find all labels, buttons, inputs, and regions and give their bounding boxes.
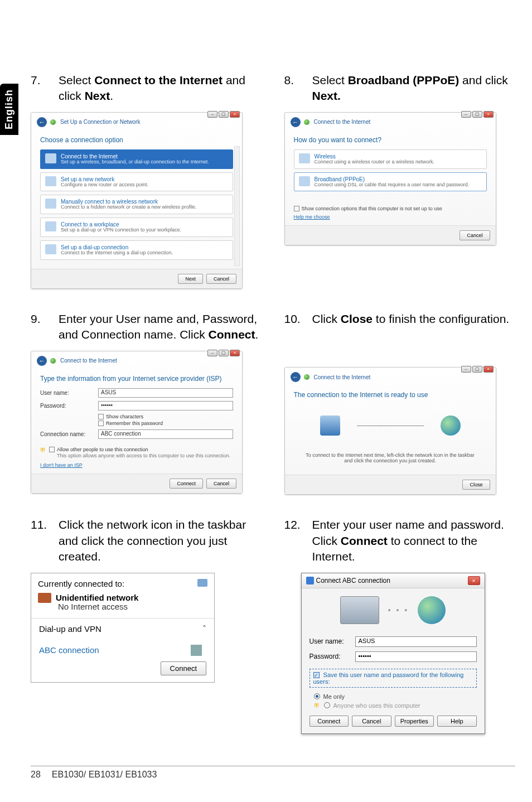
close-icon[interactable]: × (230, 350, 240, 356)
connect-button[interactable]: Connect (170, 479, 203, 489)
connect-button[interactable]: Connect (309, 716, 349, 727)
step-9: 9. Enter your User name and, Password, a… (31, 311, 262, 495)
username-input[interactable]: ASUS (355, 636, 477, 647)
remember-checkbox[interactable] (98, 421, 104, 426)
minimize-icon[interactable]: – (461, 366, 471, 373)
option-sub: Connect to a hidden network or create a … (61, 205, 197, 210)
option-wireless[interactable]: Wireless Connect using a wireless router… (294, 149, 487, 169)
allow-others-sub: This option allows anyone with access to… (57, 453, 233, 458)
chevron-up-icon[interactable]: ˄ (202, 624, 206, 633)
no-isp-link[interactable]: I don't have an ISP (40, 462, 83, 468)
cancel-button[interactable]: Cancel (206, 479, 236, 489)
option-broadband-pppoe[interactable]: Broadband (PPPoE) Connect using DSL or c… (294, 172, 487, 192)
save-credentials-label: Save this user name and password for the… (313, 671, 464, 685)
wifi-bars-icon (299, 153, 310, 163)
globe-icon (441, 416, 461, 436)
show-options-checkbox[interactable] (294, 206, 299, 211)
network-pin-icon (304, 119, 309, 125)
dialog-title: Connect to the Internet (314, 119, 371, 125)
connection-line-icon (357, 426, 424, 426)
option-sub: Set up a dial-up or VPN connection to yo… (61, 228, 181, 233)
step-7-bold-a: Connect to the Internet (94, 74, 223, 86)
step-10-text-b: to finish the configuration. (373, 312, 509, 325)
help-me-choose-link[interactable]: Help me choose (294, 214, 330, 220)
minimize-icon[interactable]: – (207, 111, 217, 118)
next-button[interactable]: Next (178, 274, 203, 284)
workplace-icon (45, 221, 56, 231)
connect-button[interactable]: Connect (161, 661, 206, 675)
close-button[interactable]: Close (462, 480, 490, 490)
shield-icon: ⛨ (314, 702, 320, 708)
step-9-number: 9. (31, 311, 49, 327)
anyone-label: Anyone who uses this computer (333, 702, 420, 709)
ready-dialog: – ▢ × ← Connect to the Internet The conn… (284, 367, 496, 495)
back-icon[interactable]: ← (291, 372, 301, 382)
step-10-number: 10. (284, 311, 302, 327)
maximize-icon[interactable]: ▢ (219, 350, 229, 356)
option-workplace[interactable]: Connect to a workplace Set up a dial-up … (40, 218, 233, 237)
back-icon[interactable]: ← (37, 356, 47, 366)
option-title: Set up a new network (61, 176, 148, 182)
cancel-button[interactable]: Cancel (352, 716, 391, 727)
option-title: Broadband (PPPoE) (315, 176, 470, 182)
option-new-network[interactable]: Set up a new network Configure a new rou… (40, 172, 233, 192)
option-manual-wireless[interactable]: Manually connect to a wireless network C… (40, 195, 233, 214)
step-8-text-b: and click (459, 74, 508, 86)
setup-connection-dialog: – ▢ × ← Set Up a Connection or Network C… (31, 112, 243, 289)
dialog-title: Connect to the Internet (60, 357, 117, 364)
connection-name-input[interactable]: ABC connection (98, 429, 233, 439)
close-icon[interactable]: × (230, 111, 240, 118)
network-sub: No Internet access (31, 602, 214, 618)
network-name: Unidentified network (56, 593, 138, 602)
option-connect-internet[interactable]: Connect to the Internet Set up a wireles… (40, 149, 233, 169)
step-7-text-c: . (110, 89, 113, 102)
step-8: 8. Select Broadband (PPPoE) and click Ne… (284, 73, 516, 289)
cancel-button[interactable]: Cancel (460, 230, 490, 240)
password-input[interactable]: •••••• (355, 651, 477, 662)
connect-internet-dialog: – ▢ × ← Connect to the Internet How do y… (284, 112, 496, 246)
properties-button[interactable]: Properties (395, 716, 434, 727)
close-icon[interactable]: × (468, 576, 480, 585)
step-8-bold-b: Next. (312, 89, 341, 102)
close-icon[interactable]: × (483, 111, 494, 118)
shield-icon: ⛨ (40, 447, 46, 453)
me-only-radio[interactable] (314, 693, 320, 699)
globe-icon (45, 153, 56, 163)
step-8-text-a: Select (312, 74, 348, 86)
back-icon[interactable]: ← (291, 117, 301, 127)
maximize-icon[interactable]: ▢ (472, 366, 482, 373)
cancel-button[interactable]: Cancel (206, 274, 236, 284)
help-button[interactable]: Help (437, 716, 477, 727)
allow-others-label: Allow other people to use this connectio… (57, 447, 148, 452)
step-10-text-a: Click (312, 312, 341, 325)
close-icon[interactable]: × (483, 366, 494, 373)
dialog-title: Connect to the Internet (314, 374, 371, 380)
username-label: User name: (40, 390, 90, 396)
dialog-title: Connect ABC connection (316, 577, 390, 584)
allow-others-checkbox[interactable] (49, 447, 55, 452)
show-chars-checkbox[interactable] (98, 414, 104, 419)
abc-connection-item[interactable]: ABC connection (31, 639, 214, 659)
back-icon[interactable]: ← (37, 117, 47, 127)
page-content: 7. Select Connect to the Internet and cl… (31, 73, 515, 774)
option-dialup[interactable]: Set up a dial-up connection Connect to t… (40, 240, 233, 260)
anyone-radio[interactable] (324, 702, 330, 708)
page-number: 28 (31, 770, 41, 780)
scrollbar[interactable] (234, 146, 240, 266)
maximize-icon[interactable]: ▢ (219, 111, 229, 118)
dialog-heading: The connection to the Internet is ready … (294, 391, 487, 399)
password-input[interactable]: •••••• (98, 401, 233, 410)
step-12-bold: Connect (341, 534, 388, 547)
modem-small-icon (191, 645, 202, 656)
minimize-icon[interactable]: – (461, 111, 471, 118)
refresh-icon[interactable] (197, 579, 207, 587)
minimize-icon[interactable]: – (207, 350, 217, 356)
dialog-title: Set Up a Connection or Network (60, 119, 140, 125)
save-credentials-checkbox[interactable]: ✓ (313, 672, 320, 678)
username-input[interactable]: ASUS (98, 388, 233, 398)
flyout-header: Currently connected to: (38, 579, 124, 588)
password-label: Password: (309, 653, 350, 660)
step-10-instruction: Click Close to finish the configuration. (312, 311, 516, 327)
step-11-instruction: Click the network icon in the taskbar an… (59, 517, 262, 564)
maximize-icon[interactable]: ▢ (472, 111, 482, 118)
